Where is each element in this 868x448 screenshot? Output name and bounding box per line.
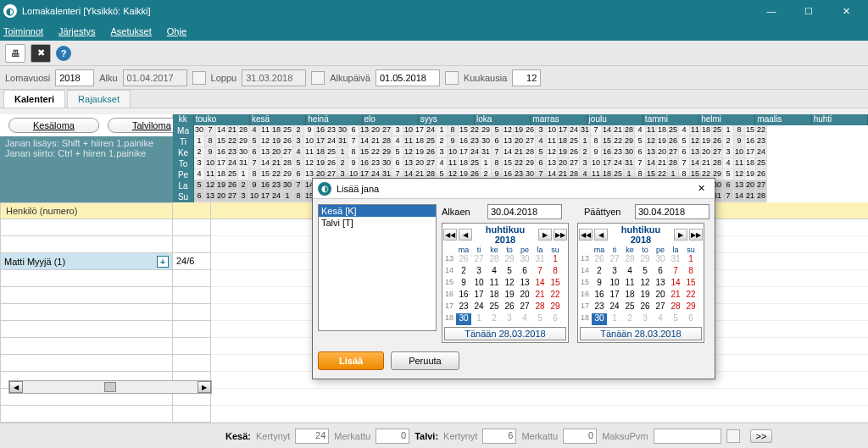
dialog-close-button[interactable]: ✕ bbox=[693, 183, 709, 194]
minical-day[interactable]: 17 bbox=[471, 290, 487, 301]
person-row-selected[interactable]: Matti Myyjä (1) + bbox=[0, 253, 173, 270]
minical-day[interactable]: 28 bbox=[487, 254, 502, 266]
list-item[interactable]: Kesä [K] bbox=[319, 205, 436, 217]
minical-day[interactable]: 28 bbox=[532, 301, 548, 313]
close-button[interactable]: ✕ bbox=[827, 0, 865, 22]
minicalendar-to[interactable]: ◀◀◀huhtikuu 2018▶▶▶matiketopelasu1326272… bbox=[577, 223, 704, 343]
minical-day[interactable]: 25 bbox=[487, 301, 502, 313]
menu-jarjestys[interactable]: Järjestys bbox=[58, 26, 95, 36]
minical-day[interactable]: 6 bbox=[517, 266, 532, 278]
help-icon[interactable]: ? bbox=[56, 46, 71, 61]
minical-day[interactable]: 9 bbox=[456, 278, 471, 290]
minical-day[interactable]: 30 bbox=[653, 254, 668, 266]
paattyen-input[interactable] bbox=[635, 204, 709, 219]
minical-day[interactable]: 2 bbox=[456, 266, 471, 278]
person-row[interactable] bbox=[0, 270, 173, 287]
kesaloma-button[interactable]: Kesäloma bbox=[8, 118, 99, 133]
minical-day[interactable]: 1 bbox=[683, 254, 698, 266]
minical-day[interactable]: 29 bbox=[502, 254, 517, 266]
minical-day[interactable]: 4 bbox=[622, 266, 637, 278]
menu-toiminnot[interactable]: Toiminnot bbox=[3, 26, 43, 36]
minical-day[interactable]: 12 bbox=[502, 278, 517, 290]
minical-day[interactable]: 27 bbox=[471, 254, 487, 266]
month-prev-icon[interactable]: ◀ bbox=[594, 229, 608, 241]
minical-day[interactable]: 16 bbox=[592, 290, 607, 301]
calendar-icon[interactable] bbox=[726, 429, 740, 443]
minical-day[interactable]: 31 bbox=[668, 254, 683, 266]
minical-day[interactable]: 27 bbox=[653, 301, 668, 313]
minical-day[interactable]: 8 bbox=[548, 266, 563, 278]
alkupvm-input[interactable] bbox=[376, 69, 440, 86]
minical-day[interactable]: 7 bbox=[532, 266, 548, 278]
minical-day[interactable]: 22 bbox=[548, 290, 563, 301]
minical-day[interactable]: 30 bbox=[592, 313, 607, 325]
minimize-button[interactable]: — bbox=[753, 0, 790, 22]
scroll-left-button[interactable]: ◀ bbox=[9, 381, 23, 393]
minical-day[interactable]: 5 bbox=[668, 313, 683, 325]
person-row[interactable] bbox=[0, 338, 173, 355]
tab-kalenteri[interactable]: Kalenteri bbox=[3, 90, 65, 108]
year-prev-icon[interactable]: ◀◀ bbox=[443, 229, 457, 241]
month-next-icon[interactable]: ▶ bbox=[674, 229, 687, 241]
minical-day[interactable]: 12 bbox=[637, 278, 653, 290]
minical-day[interactable]: 28 bbox=[622, 254, 637, 266]
plus-icon[interactable]: + bbox=[157, 256, 169, 268]
minical-day[interactable]: 3 bbox=[502, 313, 517, 325]
minical-day[interactable]: 7 bbox=[668, 266, 683, 278]
menu-asetukset[interactable]: Asetukset bbox=[110, 26, 151, 36]
minical-day[interactable]: 18 bbox=[622, 290, 637, 301]
list-item[interactable]: Talvi [T] bbox=[319, 217, 436, 229]
person-row[interactable] bbox=[0, 287, 173, 304]
minical-day[interactable]: 30 bbox=[456, 313, 471, 325]
close-tool-button[interactable]: ✖ bbox=[31, 44, 51, 63]
calendar-icon[interactable] bbox=[311, 71, 325, 85]
minical-day[interactable]: 8 bbox=[683, 266, 698, 278]
minical-day[interactable]: 19 bbox=[637, 290, 653, 301]
minical-day[interactable]: 21 bbox=[532, 290, 548, 301]
minical-day[interactable]: 10 bbox=[607, 278, 622, 290]
minical-day[interactable]: 2 bbox=[487, 313, 502, 325]
minical-day[interactable]: 23 bbox=[592, 301, 607, 313]
month-prev-icon[interactable]: ◀ bbox=[459, 229, 472, 241]
minical-day[interactable]: 13 bbox=[653, 278, 668, 290]
calendar-icon[interactable] bbox=[445, 71, 459, 85]
minical-day[interactable]: 15 bbox=[683, 278, 698, 290]
scrollbar-horizontal[interactable]: ◀ ▶ bbox=[8, 380, 212, 394]
person-row[interactable] bbox=[0, 406, 173, 423]
minicalendar-from[interactable]: ◀◀◀huhtikuu 2018▶▶▶matiketopelasu1326272… bbox=[442, 223, 569, 343]
print-button[interactable]: 🖶 bbox=[5, 44, 25, 63]
lisaa-button[interactable]: Lisää bbox=[318, 351, 384, 370]
minical-day[interactable]: 26 bbox=[502, 301, 517, 313]
minical-day[interactable]: 13 bbox=[517, 278, 532, 290]
minical-day[interactable]: 5 bbox=[502, 266, 517, 278]
minical-day[interactable]: 29 bbox=[683, 301, 698, 313]
tab-rajaukset[interactable]: Rajaukset bbox=[67, 90, 131, 108]
minical-day[interactable]: 3 bbox=[637, 313, 653, 325]
minical-day[interactable]: 5 bbox=[532, 313, 548, 325]
minical-day[interactable]: 20 bbox=[517, 290, 532, 301]
minical-day[interactable]: 6 bbox=[548, 313, 563, 325]
minical-day[interactable]: 1 bbox=[471, 313, 487, 325]
minical-day[interactable]: 16 bbox=[456, 290, 471, 301]
minical-day[interactable]: 2 bbox=[592, 266, 607, 278]
minical-day[interactable]: 14 bbox=[668, 278, 683, 290]
person-row[interactable] bbox=[0, 304, 173, 321]
minical-day[interactable]: 17 bbox=[607, 290, 622, 301]
minical-day[interactable]: 1 bbox=[607, 313, 622, 325]
minical-day[interactable]: 20 bbox=[653, 290, 668, 301]
minical-day[interactable]: 4 bbox=[517, 313, 532, 325]
minical-day[interactable]: 2 bbox=[622, 313, 637, 325]
minical-day[interactable]: 26 bbox=[637, 301, 653, 313]
minical-day[interactable]: 11 bbox=[487, 278, 502, 290]
minical-day[interactable]: 24 bbox=[607, 301, 622, 313]
minical-day[interactable]: 29 bbox=[637, 254, 653, 266]
year-prev-icon[interactable]: ◀◀ bbox=[579, 229, 593, 241]
minical-day[interactable]: 19 bbox=[502, 290, 517, 301]
minical-day[interactable]: 24 bbox=[471, 301, 487, 313]
minical-day[interactable]: 3 bbox=[607, 266, 622, 278]
minical-day[interactable]: 26 bbox=[592, 254, 607, 266]
menu-ohje[interactable]: Ohje bbox=[167, 26, 186, 36]
scroll-right-button[interactable]: ▶ bbox=[198, 381, 211, 393]
minical-day[interactable]: 14 bbox=[532, 278, 548, 290]
expand-button[interactable]: >> bbox=[750, 429, 773, 443]
